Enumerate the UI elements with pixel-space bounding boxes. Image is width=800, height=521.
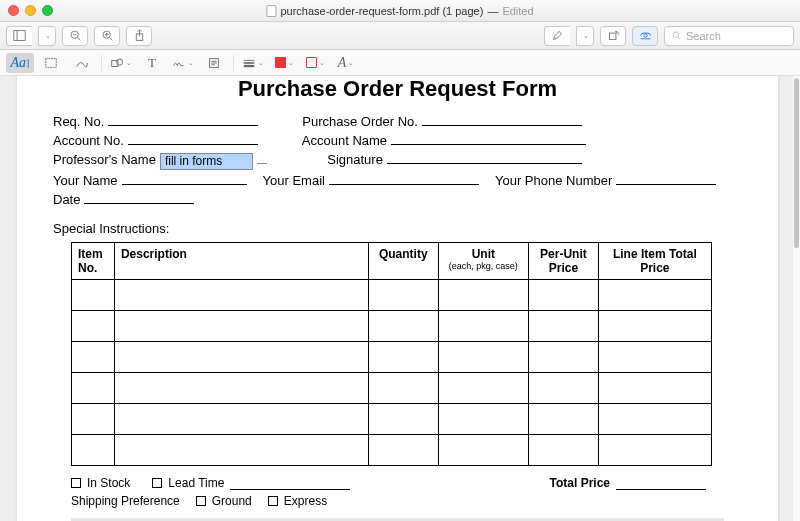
acct-no-field[interactable] <box>128 131 258 145</box>
acct-name-label: Account Name <box>302 133 387 148</box>
acct-name-field[interactable] <box>391 131 586 145</box>
chevron-down-icon: ⌄ <box>583 32 589 40</box>
search-placeholder: Search <box>686 30 721 42</box>
rotate-button[interactable] <box>600 26 626 46</box>
fill-color-tool[interactable]: ⌄ <box>301 53 329 73</box>
prof-name-input[interactable]: fill in forms <box>160 153 253 170</box>
svg-line-6 <box>109 38 112 41</box>
your-name-label: Your Name <box>53 173 118 188</box>
acct-no-label: Account No. <box>53 133 124 148</box>
document-viewport[interactable]: Purchase Order Request Form Req. No. Pur… <box>0 76 793 521</box>
zoom-out-button[interactable] <box>62 26 88 46</box>
border-style-tool[interactable]: ⌄ <box>239 53 267 73</box>
sign-tool[interactable]: ⌄ <box>169 53 197 73</box>
express-label: Express <box>284 494 327 508</box>
search-field[interactable]: Search <box>664 26 794 46</box>
chevron-down-icon: ⌄ <box>188 59 194 67</box>
in-stock-label: In Stock <box>87 476 130 490</box>
close-window-button[interactable] <box>8 5 19 16</box>
total-price-label: Total Price <box>550 476 610 490</box>
scrollbar-thumb[interactable] <box>794 78 799 248</box>
svg-rect-11 <box>609 33 616 40</box>
document-icon <box>266 5 276 17</box>
your-name-field[interactable] <box>122 171 247 185</box>
sidebar-menu-button[interactable]: ⌄ <box>38 26 56 46</box>
fill-color-swatch <box>275 57 286 68</box>
your-email-field[interactable] <box>329 171 479 185</box>
col-quantity: Quantity <box>368 242 438 279</box>
font-style-tool[interactable]: A⌄ <box>332 53 360 73</box>
highlight-icon <box>551 29 564 42</box>
shapes-tool[interactable]: ⌄ <box>107 53 135 73</box>
chevron-down-icon: ⌄ <box>319 59 325 67</box>
text-icon: T <box>148 55 156 71</box>
text-tool[interactable]: T <box>138 53 166 73</box>
svg-line-3 <box>77 38 80 41</box>
zoom-out-icon <box>69 29 82 42</box>
rectangular-selection-tool[interactable] <box>37 53 65 73</box>
prof-name-label: Professor's Name <box>53 152 156 167</box>
date-field[interactable] <box>84 190 194 204</box>
special-instructions-label: Special Instructions: <box>53 221 742 236</box>
signature-icon <box>172 56 186 70</box>
signature-field[interactable] <box>387 150 582 164</box>
title-separator: — <box>487 5 498 17</box>
sidebar-icon <box>13 29 26 42</box>
page-footer-strip <box>71 518 724 522</box>
chevron-down-icon: ⌄ <box>45 32 51 40</box>
markup-toggle-button[interactable] <box>632 26 658 46</box>
svg-point-12 <box>643 34 646 37</box>
highlight-button[interactable] <box>544 26 570 46</box>
table-row[interactable] <box>72 434 712 465</box>
col-item-no: Item No. <box>72 242 115 279</box>
chevron-down-icon: ⌄ <box>348 59 354 67</box>
form-title: Purchase Order Request Form <box>53 76 742 102</box>
po-no-label: Purchase Order No. <box>302 114 418 129</box>
text-select-icon: Aa <box>11 55 27 71</box>
share-button[interactable] <box>126 26 152 46</box>
zoom-window-button[interactable] <box>42 5 53 16</box>
table-row[interactable] <box>72 279 712 310</box>
svg-line-15 <box>678 37 680 39</box>
po-no-field[interactable] <box>422 112 582 126</box>
table-row[interactable] <box>72 310 712 341</box>
your-phone-field[interactable] <box>616 171 716 185</box>
col-unit: Unit(each, pkg, case) <box>438 242 528 279</box>
border-color-tool[interactable]: ⌄ <box>270 53 298 73</box>
sketch-tool[interactable] <box>68 53 96 73</box>
sidebar-toggle-button[interactable] <box>6 26 32 46</box>
table-row[interactable] <box>72 341 712 372</box>
window-titlebar: purchase-order-request-form.pdf (1 page)… <box>0 0 800 22</box>
in-stock-checkbox[interactable] <box>71 478 81 488</box>
note-tool[interactable] <box>200 53 228 73</box>
share-icon <box>133 29 146 42</box>
minimize-window-button[interactable] <box>25 5 36 16</box>
col-description: Description <box>114 242 368 279</box>
font-icon: A <box>338 55 347 71</box>
req-no-label: Req. No. <box>53 114 104 129</box>
express-checkbox[interactable] <box>268 496 278 506</box>
highlight-menu-button[interactable]: ⌄ <box>576 26 594 46</box>
vertical-scrollbar[interactable] <box>793 76 800 521</box>
ground-checkbox[interactable] <box>196 496 206 506</box>
your-email-label: Your Email <box>263 173 325 188</box>
main-toolbar: ⌄ ⌄ Search <box>0 22 800 50</box>
zoom-in-icon <box>101 29 114 42</box>
lead-time-checkbox[interactable] <box>152 478 162 488</box>
svg-rect-0 <box>14 31 25 41</box>
lead-time-label: Lead Time <box>168 476 224 490</box>
table-row[interactable] <box>72 403 712 434</box>
shapes-icon <box>110 56 124 70</box>
table-row[interactable] <box>72 372 712 403</box>
pdf-page: Purchase Order Request Form Req. No. Pur… <box>17 76 778 521</box>
lead-time-field[interactable] <box>230 476 350 490</box>
your-phone-label: Your Phone Number <box>495 173 612 188</box>
text-selection-tool[interactable]: Aa| <box>6 53 34 73</box>
date-label: Date <box>53 192 80 207</box>
table-header-row: Item No. Description Quantity Unit(each,… <box>72 242 712 279</box>
rotate-icon <box>607 29 620 42</box>
total-price-field[interactable] <box>616 476 706 490</box>
order-table: Item No. Description Quantity Unit(each,… <box>71 242 712 466</box>
zoom-in-button[interactable] <box>94 26 120 46</box>
req-no-field[interactable] <box>108 112 258 126</box>
